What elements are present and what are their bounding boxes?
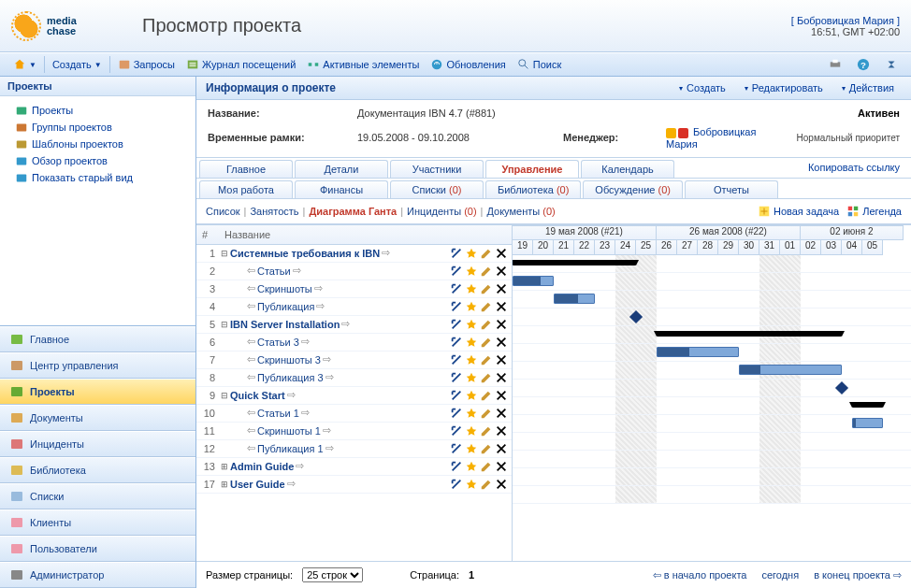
left-arrow-icon[interactable]: ⇦ <box>247 282 255 294</box>
left-arrow-icon[interactable]: ⇦ <box>247 353 255 366</box>
home-icon[interactable]: ▼ <box>7 56 42 73</box>
right-arrow-icon[interactable]: ⇨ <box>341 318 350 330</box>
nav-item-Проекты[interactable]: Проекты <box>0 379 195 405</box>
left-arrow-icon[interactable]: ⇦ <box>247 442 255 454</box>
requests-button[interactable]: Запросы <box>112 56 181 73</box>
panel-actions-button[interactable]: Действия <box>834 80 902 95</box>
nav-item-Главное[interactable]: Главное <box>0 326 195 352</box>
favorite-icon[interactable] <box>465 424 478 437</box>
tree-item[interactable]: Проекты <box>4 102 192 119</box>
expand-icon[interactable] <box>450 442 463 455</box>
nav-item-Библиотека[interactable]: Библиотека <box>0 457 195 483</box>
gantt-bar[interactable] <box>513 260 636 265</box>
subtab-Документы[interactable]: Документы (0) <box>486 206 555 217</box>
expand-toggle[interactable]: ⊟ <box>219 320 230 329</box>
expand-icon[interactable] <box>450 318 463 331</box>
favorite-icon[interactable] <box>465 336 478 349</box>
edit-icon[interactable] <box>480 442 493 455</box>
right-arrow-icon[interactable]: ⇨ <box>287 389 296 401</box>
tab-Списки[interactable]: Списки (0) <box>390 180 484 198</box>
expand-icon[interactable] <box>450 478 463 491</box>
delete-icon[interactable] <box>495 442 508 455</box>
tab-Библиотека[interactable]: Библиотека (0) <box>485 180 581 198</box>
nav-item-Списки[interactable]: Списки <box>0 483 195 509</box>
gantt-bar[interactable] <box>513 276 554 286</box>
expand-icon[interactable] <box>450 353 463 366</box>
edit-icon[interactable] <box>480 353 493 366</box>
delete-icon[interactable] <box>495 389 508 402</box>
edit-icon[interactable] <box>480 300 493 313</box>
left-arrow-icon[interactable]: ⇦ <box>247 371 255 383</box>
favorite-icon[interactable] <box>465 460 478 473</box>
tree-item[interactable]: Группы проектов <box>4 119 192 136</box>
nav-item-Документы[interactable]: Документы <box>0 405 195 431</box>
favorite-icon[interactable] <box>465 353 478 366</box>
task-name-link[interactable]: Статьи <box>257 265 291 277</box>
edit-icon[interactable] <box>480 424 493 437</box>
left-arrow-icon[interactable]: ⇦ <box>247 300 255 312</box>
expand-icon[interactable] <box>450 247 463 260</box>
expand-icon[interactable] <box>450 336 463 349</box>
help-icon[interactable]: ? <box>851 56 875 73</box>
task-name-link[interactable]: Публикация 3 <box>257 372 324 383</box>
delete-icon[interactable] <box>495 424 508 437</box>
tab-Управление[interactable]: Управление <box>485 160 579 178</box>
favorite-icon[interactable] <box>465 371 478 384</box>
left-arrow-icon[interactable]: ⇦ <box>247 336 255 348</box>
active-button[interactable]: Активные элементы <box>301 56 425 73</box>
expand-toggle[interactable]: ⊞ <box>219 480 230 489</box>
nav-item-Пользователи[interactable]: Пользователи <box>0 536 195 562</box>
goto-today-link[interactable]: сегодня <box>761 569 799 581</box>
edit-icon[interactable] <box>480 336 493 349</box>
gantt-bar[interactable] <box>657 347 739 357</box>
right-arrow-icon[interactable]: ⇨ <box>301 336 310 348</box>
tab-Финансы[interactable]: Финансы <box>295 180 388 198</box>
edit-icon[interactable] <box>480 389 493 402</box>
right-arrow-icon[interactable]: ⇨ <box>323 424 331 437</box>
delete-icon[interactable] <box>495 460 508 473</box>
task-name-link[interactable]: Публикация 1 <box>257 443 324 454</box>
delete-icon[interactable] <box>495 318 508 331</box>
right-arrow-icon[interactable]: ⇨ <box>287 478 296 490</box>
favorite-icon[interactable] <box>465 442 478 455</box>
task-name-link[interactable]: Скриншоты 1 <box>257 425 321 437</box>
delete-icon[interactable] <box>495 371 508 384</box>
journal-button[interactable]: Журнал посещений <box>181 56 301 73</box>
tab-Детали[interactable]: Детали <box>295 160 388 178</box>
expand-toggle[interactable]: ⊟ <box>219 249 230 258</box>
favorite-icon[interactable] <box>465 300 478 313</box>
edit-icon[interactable] <box>480 318 493 331</box>
tree-item[interactable]: Обзор проектов <box>4 152 192 169</box>
favorite-icon[interactable] <box>465 282 478 295</box>
tab-Отчеты[interactable]: Отчеты <box>685 180 778 198</box>
expand-icon[interactable] <box>450 282 463 295</box>
right-arrow-icon[interactable]: ⇨ <box>301 407 310 419</box>
delete-icon[interactable] <box>495 336 508 349</box>
tab-Участники[interactable]: Участники <box>390 160 484 178</box>
left-arrow-icon[interactable]: ⇦ <box>247 407 255 419</box>
milestone-icon[interactable] <box>835 381 848 394</box>
right-arrow-icon[interactable]: ⇨ <box>316 300 325 312</box>
goto-start-link[interactable]: ⇦ в начало проекта <box>653 569 747 581</box>
task-name-link[interactable]: Системные требования к IBN <box>230 248 380 259</box>
right-arrow-icon[interactable]: ⇨ <box>323 353 331 366</box>
nav-item-Клиенты[interactable]: Клиенты <box>0 509 195 536</box>
subtab-Занятость[interactable]: Занятость <box>250 206 298 217</box>
expand-icon[interactable] <box>450 371 463 384</box>
right-arrow-icon[interactable]: ⇨ <box>293 265 301 277</box>
expand-toggle[interactable]: ⊞ <box>219 462 230 471</box>
milestone-icon[interactable] <box>629 310 643 323</box>
gantt-bar[interactable] <box>739 365 842 375</box>
task-name-link[interactable]: Скриншоты 3 <box>257 354 321 366</box>
task-name-link[interactable]: User Guide <box>230 479 285 490</box>
expand-icon[interactable] <box>450 424 463 437</box>
tab-Календарь[interactable]: Календарь <box>581 160 674 178</box>
task-name-link[interactable]: Статьи 1 <box>257 408 299 419</box>
tab-Моя работа[interactable]: Моя работа <box>199 180 293 198</box>
right-arrow-icon[interactable]: ⇨ <box>314 282 323 294</box>
subtab-Инциденты[interactable]: Инциденты (0) <box>407 206 477 217</box>
tree-item[interactable]: Шаблоны проектов <box>4 136 192 152</box>
copy-link[interactable]: Копировать ссылку <box>799 158 909 178</box>
task-name-link[interactable]: Quick Start <box>230 390 285 401</box>
expand-toggle[interactable]: ⊟ <box>219 391 230 400</box>
